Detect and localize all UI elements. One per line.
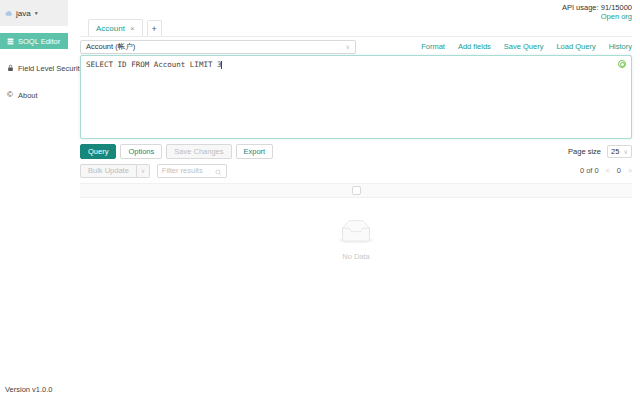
- cloud-icon: [5, 10, 13, 17]
- sidebar-item-field-level-security[interactable]: Field Level Security: [0, 60, 68, 76]
- actions-bar: Query Options Save Changes Export Page s…: [80, 143, 632, 159]
- tab-account[interactable]: Account ×: [88, 19, 143, 36]
- empty-state: No Data: [80, 220, 632, 261]
- lock-icon: [6, 64, 14, 72]
- plus-icon: +: [151, 24, 156, 34]
- page-size-select[interactable]: 25 ∨: [607, 145, 632, 158]
- sidebar-item-about[interactable]: © About: [0, 87, 68, 103]
- code-line: SELECT ID FROM Account LIMIT 3: [81, 56, 631, 73]
- org-info: API usage: 91/15000 Open org: [80, 0, 632, 19]
- add-fields-link[interactable]: Add fields: [458, 42, 491, 51]
- main-panel: API usage: 91/15000 Open org Account × +…: [68, 0, 640, 400]
- results-left: Bulk Update ∨: [80, 164, 227, 178]
- save-query-link[interactable]: Save Query: [504, 42, 544, 51]
- export-button[interactable]: Export: [236, 144, 274, 159]
- bulk-update-split-button: Bulk Update ∨: [80, 164, 150, 178]
- page-size-control: Page size 25 ∨: [568, 145, 632, 158]
- results-table-header: [80, 183, 632, 198]
- filter-input[interactable]: [162, 166, 212, 175]
- close-icon[interactable]: ×: [130, 24, 135, 33]
- pagination: 0 of 0 < 0 >: [580, 166, 632, 175]
- chevron-down-icon: ∨: [141, 167, 145, 174]
- query-toolbar: Account (帐户) ∨ Format Add fields Save Qu…: [80, 38, 632, 55]
- empty-box-icon: [337, 220, 375, 248]
- editor-status-icon[interactable]: [618, 60, 626, 68]
- empty-text: No Data: [342, 252, 370, 261]
- org-name: java: [16, 9, 31, 18]
- org-selector[interactable]: java ▼: [0, 0, 68, 26]
- sidebar: java ▼ SOQL Editor: [0, 0, 68, 400]
- page-size-label: Page size: [568, 147, 601, 156]
- version-label: Version v1.0.0: [5, 385, 53, 394]
- sidebar-item-label: About: [18, 91, 38, 100]
- api-usage-label: API usage: 91/15000: [80, 3, 632, 12]
- caret-down-icon: ▼: [34, 10, 39, 16]
- page-size-value: 25: [611, 147, 619, 156]
- action-buttons: Query Options Save Changes Export: [80, 144, 273, 159]
- add-tab-button[interactable]: +: [147, 20, 162, 36]
- prev-page-icon[interactable]: <: [606, 167, 610, 174]
- query-links: Format Add fields Save Query Load Query …: [421, 42, 632, 51]
- format-link[interactable]: Format: [421, 42, 445, 51]
- load-query-link[interactable]: Load Query: [556, 42, 595, 51]
- current-page[interactable]: 0: [617, 166, 621, 175]
- code-text: SELECT ID FROM Account LIMIT 3: [86, 60, 221, 69]
- options-button[interactable]: Options: [120, 144, 162, 159]
- next-page-icon[interactable]: >: [628, 167, 632, 174]
- chevron-down-icon: ∨: [624, 148, 628, 155]
- bulk-update-button[interactable]: Bulk Update: [80, 164, 137, 178]
- app-window: java ▼ SOQL Editor: [0, 0, 640, 400]
- search-icon: [215, 162, 222, 180]
- filter-box: [157, 164, 227, 178]
- tab-bar: Account × +: [80, 19, 632, 37]
- copyright-icon: ©: [6, 91, 14, 99]
- sidebar-item-label: SOQL Editor: [18, 37, 60, 46]
- database-icon: [6, 38, 14, 45]
- select-all-checkbox[interactable]: [352, 186, 361, 195]
- sidebar-item-soql-editor[interactable]: SOQL Editor: [0, 33, 68, 49]
- object-select[interactable]: Account (帐户) ∨: [80, 40, 356, 54]
- pagination-range: 0 of 0: [580, 166, 599, 175]
- results-toolbar: Bulk Update ∨ 0 of 0: [80, 163, 632, 178]
- text-cursor: [221, 61, 222, 69]
- save-changes-button[interactable]: Save Changes: [166, 144, 231, 159]
- tab-label: Account: [96, 24, 125, 33]
- object-select-value: Account (帐户): [86, 42, 135, 52]
- soql-editor[interactable]: SELECT ID FROM Account LIMIT 3: [80, 55, 632, 139]
- sidebar-menu: SOQL Editor Field Level Security © About: [0, 33, 68, 103]
- bulk-update-dropdown[interactable]: ∨: [137, 164, 150, 178]
- chevron-down-icon: ∨: [346, 43, 350, 50]
- query-button[interactable]: Query: [80, 144, 116, 159]
- history-link[interactable]: History: [609, 42, 632, 51]
